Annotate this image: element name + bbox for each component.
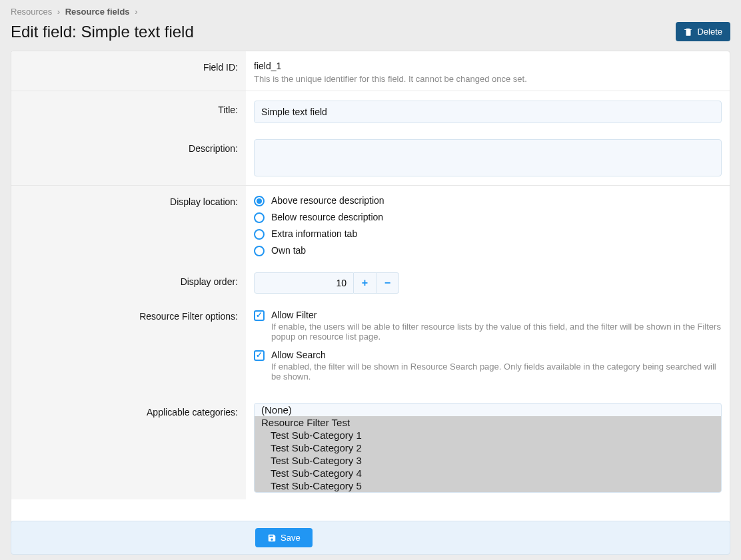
save-bar: Save <box>11 521 730 555</box>
delete-button[interactable]: Delete <box>676 22 730 41</box>
spinner-plus-button[interactable]: + <box>354 272 376 294</box>
radio-icon <box>254 196 265 206</box>
display-location-label: Above resource description <box>271 195 384 206</box>
label-display-order: Display order: <box>11 263 246 300</box>
category-option[interactable]: Test Sub-Category 2 <box>255 441 721 454</box>
display-location-label: Below resource description <box>271 212 383 222</box>
allow-search-label: Allow Search <box>271 350 722 360</box>
display-location-option[interactable]: Own tab <box>254 245 722 256</box>
title-input[interactable] <box>254 101 722 123</box>
label-field-id: Field ID: <box>11 51 246 91</box>
display-location-option[interactable]: Below resource description <box>254 212 722 223</box>
category-option[interactable]: Test Sub-Category 1 <box>255 429 721 441</box>
display-location-label: Own tab <box>271 245 306 256</box>
label-display-location: Display location: <box>11 186 246 263</box>
allow-filter-label: Allow Filter <box>271 310 722 320</box>
category-option[interactable]: Resource Filter Test <box>255 416 721 429</box>
checkbox-icon <box>254 310 265 321</box>
allow-search-hint: If enabled, the filter will be shown in … <box>271 362 722 382</box>
breadcrumb-resource-fields[interactable]: Resource fields <box>65 7 130 17</box>
trash-icon <box>684 27 693 37</box>
chevron-right-icon: › <box>135 7 137 17</box>
chevron-right-icon: › <box>57 7 60 17</box>
label-categories: Applicable categories: <box>11 394 246 499</box>
save-button[interactable]: Save <box>255 528 313 547</box>
display-order-spinner: + − <box>254 272 722 294</box>
allow-filter-option[interactable]: Allow Filter If enable, the users will b… <box>254 310 722 342</box>
categories-listbox[interactable]: (None)Resource Filter TestTest Sub-Categ… <box>254 403 722 493</box>
description-input[interactable] <box>254 139 722 176</box>
field-id-value: field_1 <box>254 61 722 71</box>
radio-icon <box>254 229 265 240</box>
radio-icon <box>254 246 265 256</box>
category-option[interactable]: Test Sub-Category 4 <box>255 467 721 479</box>
page-header: Edit field: Simple text field Delete <box>0 17 741 51</box>
radio-icon <box>254 212 265 223</box>
breadcrumb-resources[interactable]: Resources <box>11 7 52 17</box>
spinner-minus-button[interactable]: − <box>376 272 399 294</box>
category-option[interactable]: (None) <box>255 404 721 416</box>
display-location-option[interactable]: Extra information tab <box>254 228 722 240</box>
display-order-input[interactable] <box>254 272 354 294</box>
category-option[interactable]: Test Sub-Category 5 <box>255 479 721 492</box>
form: Field ID: field_1 This is the unique ide… <box>11 51 730 525</box>
save-icon <box>267 533 277 543</box>
label-description: Description: <box>11 130 246 185</box>
page-title: Edit field: Simple text field <box>11 23 194 41</box>
label-filter-options: Resource Filter options: <box>11 300 246 394</box>
field-id-hint: This is the unique identifier for this f… <box>254 74 722 84</box>
allow-search-option[interactable]: Allow Search If enabled, the filter will… <box>254 350 722 382</box>
breadcrumb: Resources › Resource fields › <box>0 0 741 17</box>
label-title: Title: <box>11 91 246 130</box>
checkbox-icon <box>254 350 265 361</box>
display-location-label: Extra information tab <box>271 228 357 239</box>
allow-filter-hint: If enable, the users will be able to fil… <box>271 322 722 342</box>
category-option[interactable]: Test Sub-Category 3 <box>255 454 721 467</box>
display-location-option[interactable]: Above resource description <box>254 195 722 206</box>
